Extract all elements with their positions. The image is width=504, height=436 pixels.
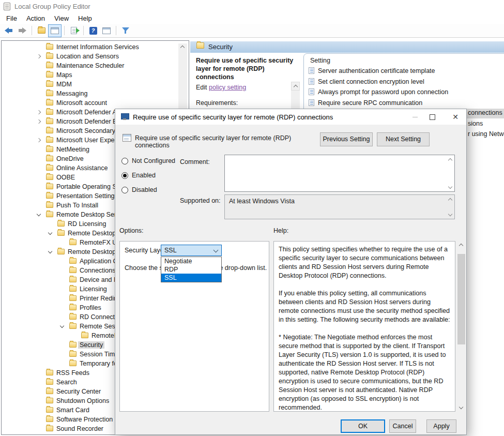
setting-row[interactable]: Server authentication certificate templa… (309, 67, 435, 77)
menu-item-file[interactable]: File (2, 13, 22, 23)
folder-icon (57, 230, 65, 236)
folder-icon (46, 174, 53, 180)
policy-setting-icon (309, 67, 314, 74)
window-titlebar: Local Group Policy Editor (0, 0, 504, 12)
folder-icon (46, 184, 53, 189)
tree-item-label: Search (56, 379, 77, 386)
chevron-right-icon[interactable] (37, 54, 41, 58)
policy-setting-link[interactable]: policy setting (209, 84, 246, 91)
radio-not-configured[interactable]: Not Configured (121, 157, 175, 165)
dropdown-option[interactable]: SSL (161, 274, 221, 282)
folder-icon (69, 342, 77, 348)
setting-row[interactable]: Always prompt for password upon connecti… (309, 88, 448, 98)
tree-item-label: Remote Desktop Serv (56, 211, 119, 218)
show-window-button[interactable] (35, 25, 48, 37)
forward-arrow-button[interactable] (16, 25, 28, 37)
tree-item-label: Security (78, 341, 104, 349)
extended-view-window-button[interactable] (100, 25, 113, 37)
setting-row[interactable]: Require secure RPC communication (309, 99, 422, 109)
tree-item-label: RD Licensing (68, 220, 106, 228)
scroll-down-icon[interactable] (459, 405, 463, 409)
back-arrow-button[interactable] (3, 25, 15, 37)
setting-row-label: Always prompt for password upon connecti… (318, 88, 448, 96)
folder-icon (46, 81, 53, 87)
help-label: Help: (273, 227, 288, 234)
radio-button-icon[interactable] (121, 172, 128, 179)
export-list-button[interactable] (68, 25, 80, 37)
console-window-button[interactable] (49, 25, 61, 37)
chevron-down-icon[interactable] (48, 231, 52, 235)
scroll-up-icon[interactable] (448, 158, 452, 162)
menu-item-view[interactable]: View (50, 13, 73, 23)
tree-item-label: Profiles (80, 304, 101, 311)
dropdown-option[interactable]: Negotiate (161, 257, 221, 265)
folder-icon (69, 314, 77, 320)
comment-textarea[interactable] (224, 155, 455, 192)
chevron-down-icon[interactable] (37, 212, 41, 216)
tree-item-label: Remote Desktop (68, 248, 116, 255)
tree-item[interactable]: Maps (2, 70, 189, 80)
menu-item-help[interactable]: Help (73, 13, 97, 23)
previous-setting-button[interactable]: Previous Setting (320, 132, 373, 146)
policy-setting-icon (309, 78, 314, 85)
radio-button-icon[interactable] (121, 158, 128, 164)
requirements-label: Requirements: (196, 99, 238, 107)
help-scrollbar[interactable] (457, 241, 466, 412)
menu-item-action[interactable]: Action (22, 13, 50, 23)
scroll-down-icon[interactable] (448, 212, 452, 216)
tree-item-label: Sound Recorder (56, 425, 103, 432)
toolbar-separator (83, 26, 84, 35)
close-button[interactable]: ✕ (447, 109, 464, 125)
chevron-right-icon[interactable] (37, 138, 41, 142)
radio-button-icon[interactable] (121, 187, 128, 193)
cancel-button[interactable]: Cancel (389, 419, 416, 433)
setting-row-clipped[interactable]: sions (467, 119, 504, 129)
chevron-down-icon[interactable] (60, 324, 64, 328)
security-layer-dropdown[interactable]: SSL (161, 245, 222, 256)
scrollbar-thumb[interactable] (457, 254, 465, 344)
dropdown-option[interactable]: RDP (161, 265, 221, 274)
ok-button[interactable]: OK (341, 419, 385, 433)
radio-label: Enabled (132, 172, 156, 179)
chevron-right-icon[interactable] (37, 119, 41, 124)
setting-row-clipped[interactable]: r using Netwo (467, 130, 504, 140)
tree-item-label: Microsoft Secondary (56, 127, 115, 134)
chevron-down-icon[interactable] (48, 249, 52, 253)
scroll-up-button[interactable] (291, 82, 300, 91)
local-group-policy-editor-window: Local Group Policy Editor FileActionView… (0, 0, 504, 436)
show-window-icon (38, 27, 45, 34)
tree-item[interactable]: Location and Sensors (2, 52, 189, 61)
tree-item[interactable]: Maintenance Scheduler (2, 61, 189, 70)
apply-button[interactable]: Apply (426, 419, 456, 433)
tree-item[interactable]: Internet Information Services (2, 42, 189, 52)
scroll-down-icon[interactable] (448, 185, 452, 189)
radio-disabled[interactable]: Disabled (121, 186, 157, 194)
filter-button[interactable] (119, 25, 132, 37)
tree-item-label: Connections (80, 267, 116, 274)
minimize-button[interactable] (406, 109, 424, 125)
maximize-button[interactable] (423, 109, 441, 125)
setting-row[interactable]: Set client connection encryption level (309, 78, 424, 88)
tree-item-label: OneDrive (56, 155, 84, 162)
tree-item-label: Session Time (80, 351, 118, 358)
help-button[interactable] (87, 25, 99, 37)
chevron-right-icon[interactable] (37, 110, 41, 114)
chevron-down-icon (213, 248, 219, 253)
toolbar (0, 24, 504, 38)
folder-icon (69, 277, 77, 282)
tree-item[interactable]: Messaging (2, 89, 189, 98)
folder-icon (69, 258, 77, 264)
scroll-up-icon[interactable] (459, 244, 463, 248)
folder-icon (69, 360, 77, 366)
tree-item[interactable]: MDM (2, 80, 189, 89)
help-text: This policy setting specifies whether to… (274, 242, 455, 412)
scroll-up-icon[interactable] (448, 198, 452, 202)
folder-icon (46, 202, 53, 208)
next-setting-button[interactable]: Next Setting (377, 132, 430, 146)
folder-icon (46, 128, 53, 133)
setting-row-clipped[interactable]: connections (467, 109, 504, 118)
setting-column-header[interactable]: Setting (310, 57, 330, 64)
tree-item[interactable]: Microsoft account (2, 98, 189, 108)
radio-enabled[interactable]: Enabled (121, 171, 156, 179)
tree-item-label: Smart Card (56, 407, 89, 414)
